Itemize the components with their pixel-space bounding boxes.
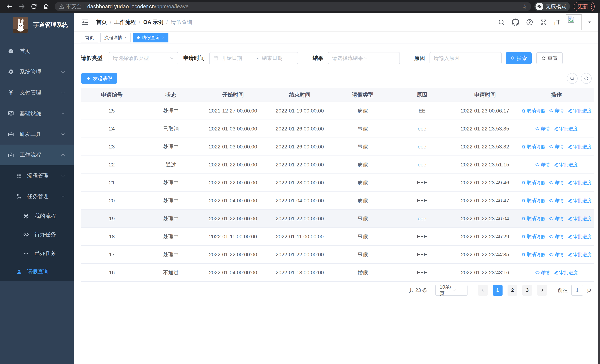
progress-link[interactable]: 审批进度 bbox=[568, 108, 592, 114]
cell-status: 处理中 bbox=[143, 138, 199, 156]
cancel-link[interactable]: 取消请假 bbox=[521, 108, 545, 114]
search-icon[interactable] bbox=[497, 18, 506, 27]
cell-reason: EEE bbox=[393, 228, 451, 245]
page-scrollbar[interactable] bbox=[598, 13, 600, 364]
sidebar-item-my-process[interactable]: 我的流程 bbox=[0, 207, 74, 225]
home-icon[interactable] bbox=[42, 2, 50, 10]
page-button-3[interactable]: 3 bbox=[522, 285, 532, 296]
sidebar-item-leave-query[interactable]: 请假查询 bbox=[0, 262, 74, 281]
toggle-search-button[interactable] bbox=[567, 73, 578, 84]
url-bar[interactable]: 不安全 dashboard.yudao.iocoder.cn /bpm/oa/l… bbox=[55, 2, 531, 11]
cancel-link[interactable]: 取消请假 bbox=[521, 144, 545, 150]
browser-menu-icon[interactable] bbox=[591, 4, 592, 9]
forward-icon[interactable] bbox=[18, 2, 26, 10]
leave-type-select[interactable]: 请选择请假类型 bbox=[109, 52, 178, 64]
url-host[interactable]: dashboard.yudao.iocoder.cn bbox=[87, 3, 155, 10]
sidebar-item-workflow[interactable]: 工作流程 bbox=[0, 145, 74, 165]
page-size-select[interactable]: 10条/页 bbox=[435, 285, 468, 296]
font-size-icon[interactable]: TT bbox=[553, 19, 560, 26]
table-toolbar: 发起请假 bbox=[81, 73, 592, 84]
detail-link[interactable]: 详情 bbox=[549, 108, 564, 114]
next-page-button[interactable] bbox=[537, 285, 547, 296]
sidebar-item-system[interactable]: 系统管理 bbox=[0, 62, 74, 82]
detail-link-label: 详情 bbox=[541, 126, 550, 132]
goto-page-input[interactable] bbox=[571, 285, 583, 296]
url-path[interactable]: /bpm/oa/leave bbox=[155, 3, 188, 10]
cancel-link[interactable]: 取消请假 bbox=[521, 233, 545, 240]
close-tab-icon[interactable]: × bbox=[162, 35, 164, 40]
result-select[interactable]: 请选择流结果 bbox=[328, 52, 400, 64]
sidebar-item-payment[interactable]: ¥支付管理 bbox=[0, 82, 74, 103]
update-button[interactable]: 更新 bbox=[574, 2, 595, 11]
date-start-placeholder[interactable]: 开始日期 bbox=[221, 55, 253, 62]
progress-link[interactable]: 审批进度 bbox=[554, 162, 578, 168]
breadcrumb-item-1[interactable]: 工作流程 bbox=[114, 19, 136, 26]
sidebar-item-label-leave-query: 请假查询 bbox=[27, 268, 48, 275]
progress-link[interactable]: 审批进度 bbox=[554, 126, 578, 132]
progress-link[interactable]: 审批进度 bbox=[568, 252, 592, 258]
detail-link-label: 详情 bbox=[555, 197, 564, 204]
view-eye-icon bbox=[549, 198, 554, 203]
trash-icon bbox=[521, 234, 526, 239]
reset-button[interactable]: 重置 bbox=[536, 52, 563, 64]
tab-process-detail[interactable]: 流程详情× bbox=[100, 33, 131, 42]
star-icon[interactable]: ☆ bbox=[522, 3, 527, 10]
fullscreen-icon[interactable] bbox=[539, 18, 548, 27]
progress-link[interactable]: 审批进度 bbox=[568, 233, 592, 240]
apply-time-range-picker[interactable]: 开始日期 - 结束日期 bbox=[209, 52, 298, 64]
page-button-2[interactable]: 2 bbox=[507, 285, 517, 296]
tab-leave-query[interactable]: 请假查询× bbox=[133, 33, 169, 42]
detail-link[interactable]: 详情 bbox=[535, 162, 550, 168]
detail-link[interactable]: 详情 bbox=[549, 252, 564, 258]
progress-link[interactable]: 审批进度 bbox=[568, 197, 592, 204]
cell-id: 23 bbox=[81, 138, 143, 156]
cancel-link[interactable]: 取消请假 bbox=[521, 252, 545, 258]
sidebar-item-home[interactable]: 首页 bbox=[0, 41, 74, 62]
date-end-placeholder[interactable]: 结束日期 bbox=[262, 55, 294, 62]
detail-link[interactable]: 详情 bbox=[549, 180, 564, 186]
create-leave-button[interactable]: 发起请假 bbox=[81, 73, 117, 84]
reason-input[interactable] bbox=[434, 55, 497, 61]
cancel-link[interactable]: 取消请假 bbox=[521, 197, 545, 204]
cell-actions: 详情审批进度 bbox=[519, 156, 594, 173]
cell-apply-time: 2022-01-22 23:45:29 bbox=[451, 228, 519, 245]
detail-link[interactable]: 详情 bbox=[535, 270, 550, 276]
detail-link[interactable]: 详情 bbox=[535, 126, 550, 132]
cancel-link[interactable]: 取消请假 bbox=[521, 215, 545, 222]
refresh-icon[interactable] bbox=[30, 2, 38, 10]
cancel-link[interactable]: 取消请假 bbox=[521, 180, 545, 186]
help-icon[interactable] bbox=[525, 18, 534, 27]
github-icon[interactable] bbox=[511, 18, 520, 27]
user-avatar[interactable] bbox=[566, 14, 582, 30]
sidebar-item-infra[interactable]: 基础设施 bbox=[0, 103, 74, 124]
close-tab-icon[interactable]: × bbox=[124, 35, 127, 40]
detail-link[interactable]: 详情 bbox=[549, 197, 564, 204]
security-label[interactable]: 不安全 bbox=[66, 3, 82, 10]
sidebar-item-task-mgmt[interactable]: 任务管理 bbox=[0, 186, 74, 207]
progress-link[interactable]: 审批进度 bbox=[554, 270, 578, 276]
sidebar-item-devtools[interactable]: 研发工具 bbox=[0, 124, 74, 145]
progress-link[interactable]: 审批进度 bbox=[568, 215, 592, 222]
detail-link[interactable]: 详情 bbox=[549, 144, 564, 150]
back-icon[interactable] bbox=[5, 2, 14, 10]
prev-page-button[interactable] bbox=[478, 285, 488, 296]
search-button[interactable]: 搜索 bbox=[506, 52, 532, 64]
logo-row[interactable]: 芋道管理系统 bbox=[0, 13, 74, 33]
breadcrumb-item-0[interactable]: 首页 bbox=[96, 19, 107, 26]
refresh-table-button[interactable] bbox=[581, 73, 592, 84]
detail-link[interactable]: 详情 bbox=[549, 215, 564, 222]
detail-link[interactable]: 详情 bbox=[549, 233, 564, 240]
progress-link[interactable]: 审批进度 bbox=[568, 180, 592, 186]
cell-reason: EEE bbox=[393, 192, 451, 209]
update-label[interactable]: 更新 bbox=[578, 3, 588, 10]
sidebar-item-todo-task[interactable]: 待办任务 bbox=[0, 225, 74, 244]
caret-down-icon[interactable] bbox=[587, 20, 592, 25]
breadcrumb-item-2[interactable]: OA 示例 bbox=[143, 19, 163, 26]
sidebar-item-done-task[interactable]: 已办任务 bbox=[0, 244, 74, 262]
collapse-sidebar-icon[interactable] bbox=[81, 18, 89, 26]
tab-home[interactable]: 首页 bbox=[81, 33, 98, 42]
progress-link-label: 审批进度 bbox=[573, 215, 592, 222]
page-button-1[interactable]: 1 bbox=[493, 285, 503, 296]
sidebar-item-process-mgmt[interactable]: 流程管理 bbox=[0, 165, 74, 186]
progress-link[interactable]: 审批进度 bbox=[568, 144, 592, 150]
